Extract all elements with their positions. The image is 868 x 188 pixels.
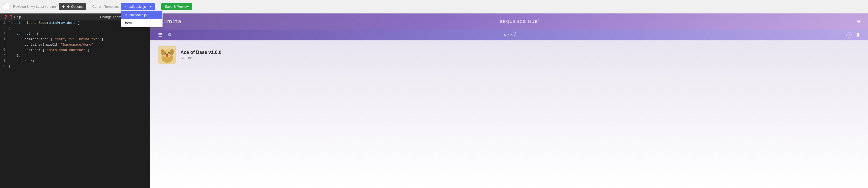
code-line: 3 var ret = { — [0, 31, 150, 37]
line-content: var ret = { — [7, 31, 40, 37]
line-num: 5 — [0, 42, 7, 48]
line-num: 6 — [0, 48, 7, 53]
checkmark-icon: ✓ — [124, 5, 127, 8]
line-num: 4 — [0, 37, 7, 42]
save-preview-button[interactable]: Save & Preview — [161, 3, 192, 10]
code-line: 9 } — [0, 64, 150, 69]
illumina-nav: ☰ 🔍 APPS⚙ ? 🗑 — [150, 30, 868, 40]
code-line: 4 commandLine: [ "cat", "/illumina.txt" … — [0, 37, 150, 42]
template-dropdown-button[interactable]: ✓ callbacks.js ▾ — [121, 3, 155, 10]
dropdown-item-callbacks[interactable]: ✓ callbacks.js — [121, 11, 162, 19]
hamburger-icon[interactable]: ☰ — [158, 32, 162, 38]
gear-icon: ⚙ — [62, 5, 65, 8]
line-content: function launchSpec(dataProvider) { — [7, 21, 80, 26]
illumina-content: Ace of Base v1.0.0 STE Inc — [150, 40, 868, 188]
divider — [89, 3, 89, 11]
app-name: Ace of Base v1.0.0 — [181, 50, 221, 55]
app-vendor: STE Inc — [181, 56, 221, 60]
line-num: 7 — [0, 53, 7, 59]
help-icon: ❓ — [4, 15, 8, 19]
nav-right: ? 🗑 — [846, 32, 860, 38]
change-theme-label: Change Theme — [100, 15, 123, 19]
search-icon[interactable]: 🔍 — [167, 33, 173, 38]
help-label: ❓ Help — [9, 15, 21, 19]
dropdown-item-label: form — [125, 21, 132, 25]
seq-hub-label: SEQUENCE HUB⚙ — [500, 20, 538, 24]
line-content: return r; — [7, 59, 35, 64]
main-area: ❓ ❓ Help Change Theme ▾ ← Collapse 1 fun… — [0, 13, 868, 188]
back-icon: ← — [5, 4, 9, 9]
template-dropdown-menu: ✓ callbacks.js form — [121, 11, 162, 27]
dog-illustration — [158, 46, 176, 64]
line-content: containerImageId: "basespace/demo", — [7, 42, 96, 48]
check-icon: ✓ — [125, 13, 128, 17]
code-editor[interactable]: 1 function launchSpec(dataProvider) { 2 … — [0, 21, 150, 188]
revision-label: Revision 8: My latest version — [13, 5, 56, 8]
editor-panel: ❓ ❓ Help Change Theme ▾ ← Collapse 1 fun… — [0, 13, 150, 188]
code-line: 6 Options: [ "bsfs.enabled=true" ] — [0, 48, 150, 53]
app-icon — [158, 46, 176, 64]
back-button[interactable]: ← — [3, 3, 11, 11]
dropdown-item-form[interactable]: form — [121, 19, 162, 27]
options-button[interactable]: ⚙ ⚙ Options — [59, 3, 86, 10]
dropdown-item-label: callbacks.js — [129, 13, 147, 17]
grid-icon[interactable]: ⊞ — [856, 18, 860, 24]
line-num: 9 — [0, 64, 7, 69]
template-dropdown-container: ✓ callbacks.js ▾ ✓ callbacks.js form — [121, 3, 155, 10]
code-line: 8 return r; — [0, 59, 150, 64]
line-content: commandLine: [ "cat", "/illumina.txt" ], — [7, 37, 106, 42]
line-content: { — [7, 26, 11, 31]
line-num: 3 — [0, 31, 7, 37]
chevron-down-icon: ▾ — [150, 5, 152, 8]
selected-template: callbacks.js — [129, 5, 146, 8]
svg-point-8 — [166, 55, 168, 58]
svg-point-10 — [168, 52, 169, 53]
line-content: Options: [ "bsfs.enabled=true" ] — [7, 48, 90, 53]
app-info: Ace of Base v1.0.0 STE Inc — [181, 50, 221, 60]
illumina-header: illumina SEQUENCE HUB⚙ ⊞ — [150, 13, 868, 30]
apps-label: APPS⚙ — [503, 33, 515, 37]
app-card: Ace of Base v1.0.0 STE Inc — [158, 46, 860, 64]
line-content: } — [7, 64, 11, 69]
line-num: 1 — [0, 21, 7, 26]
help-button[interactable]: ❓ ❓ Help — [4, 15, 21, 19]
nav-left: ☰ 🔍 — [158, 32, 173, 38]
svg-point-9 — [165, 52, 166, 53]
code-line: 7 }; — [0, 53, 150, 59]
current-template-label: Current Template: — [92, 5, 119, 8]
trash-icon[interactable]: 🗑 — [856, 33, 860, 37]
line-content: }; — [7, 53, 22, 59]
preview-panel: illumina SEQUENCE HUB⚙ ⊞ ☰ 🔍 APPS⚙ ? 🗑 — [150, 13, 868, 188]
top-bar: ← Revision 8: My latest version ⚙ ⚙ Opti… — [0, 0, 868, 13]
code-line: 5 containerImageId: "basespace/demo", — [0, 42, 150, 48]
help-circle-icon[interactable]: ? — [846, 32, 852, 38]
line-num: 2 — [0, 26, 7, 31]
line-num: 8 — [0, 59, 7, 64]
